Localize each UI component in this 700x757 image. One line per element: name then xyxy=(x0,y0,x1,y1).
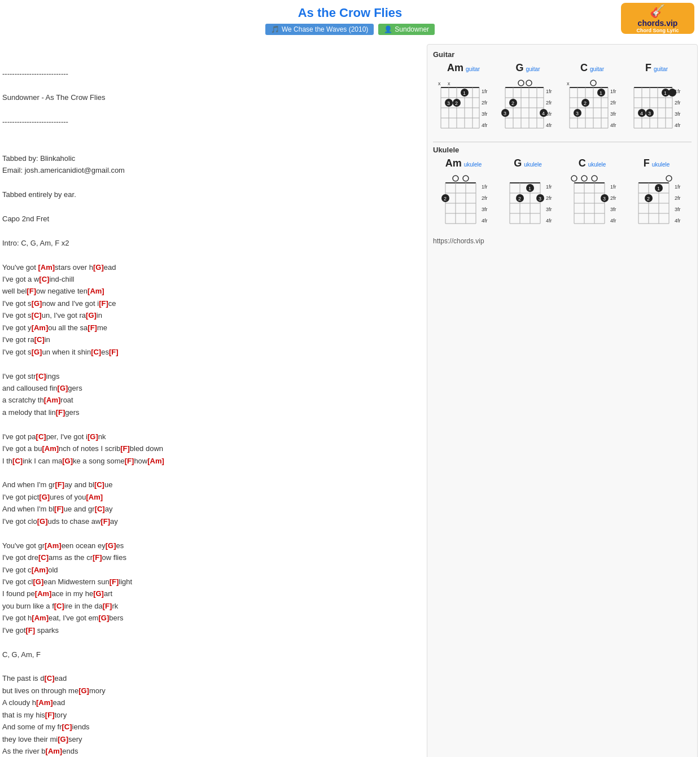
svg-text:1fr: 1fr xyxy=(546,184,552,190)
lyrics-line: you burn like a f[C]ire in the da[F]rk xyxy=(2,600,421,612)
c-ukulele-diagram: 1fr 2fr 3fr 4fr xyxy=(564,170,620,233)
svg-text:1fr: 1fr xyxy=(482,184,488,190)
svg-text:2fr: 2fr xyxy=(610,100,616,106)
site-logo[interactable]: 🎸 chords.vip Chord Song Lyric xyxy=(621,3,694,34)
am-guitar-link[interactable]: guitar xyxy=(466,66,480,72)
lyrics-line: And when I'm bl[F]ue and gr[C]ay xyxy=(2,503,421,515)
svg-text:2fr: 2fr xyxy=(482,195,488,201)
chord-marker: [G] xyxy=(37,517,48,526)
chord-g-guitar: G guitar 1fr 2fr 3fr 4fr xyxy=(497,62,558,137)
chord-marker: [F] xyxy=(103,602,112,610)
svg-text:4fr: 4fr xyxy=(610,122,616,128)
svg-text:2fr: 2fr xyxy=(482,100,488,106)
logo-main-text: chords.vip xyxy=(636,19,679,28)
lyrics-line: Capo 2nd Fret xyxy=(2,213,421,225)
g-guitar-link[interactable]: guitar xyxy=(526,66,540,72)
lyrics-line: C, G, Am, F xyxy=(2,649,421,660)
chord-marker: [F] xyxy=(109,348,119,356)
svg-text:2: 2 xyxy=(647,196,650,202)
lyrics-line: I've got pict[G]ures of you[Am] xyxy=(2,491,421,503)
svg-text:2: 2 xyxy=(511,100,514,106)
svg-text:4fr: 4fr xyxy=(610,218,616,224)
chord-marker: [F] xyxy=(99,299,108,308)
chord-marker: [F] xyxy=(110,577,119,586)
chord-c-ukulele: C ukulele 1fr 2fr 3fr 4fr xyxy=(562,157,623,233)
chord-marker: [G] xyxy=(39,493,50,501)
svg-text:2fr: 2fr xyxy=(675,100,681,106)
svg-text:2: 2 xyxy=(444,196,447,202)
chord-marker: [G] xyxy=(98,614,109,622)
svg-point-141 xyxy=(581,176,587,181)
chord-marker: [C] xyxy=(44,674,54,682)
svg-point-39 xyxy=(526,80,532,86)
artist-badge-label: Sundowner xyxy=(395,25,429,33)
lyrics-line xyxy=(2,104,421,116)
logo-sub-text: Chord Song Lyric xyxy=(636,28,679,33)
svg-text:x: x xyxy=(448,81,450,86)
header-badges: 🎵 We Chase the Waves (2010) 👤 Sundowner xyxy=(0,24,700,35)
album-badge[interactable]: 🎵 We Chase the Waves (2010) xyxy=(265,24,374,35)
am-ukulele-diagram: 1fr 2fr 3fr 4fr xyxy=(435,170,492,233)
g-ukulele-diagram: 1fr 2fr 3fr 4fr 1 xyxy=(500,170,556,233)
svg-point-86 xyxy=(668,89,676,97)
lyrics-line: I th[C]ink I can ma[G]ke a song some[F]h… xyxy=(2,455,421,467)
lyrics-line: I've got str[C]ings xyxy=(2,370,421,382)
chord-g-ukulele: G ukulele 1fr 2fr 3fr 4fr xyxy=(497,157,558,233)
main-layout: --------------------------- Sundowner - … xyxy=(0,38,700,757)
svg-text:3fr: 3fr xyxy=(610,111,616,117)
lyrics-line xyxy=(2,358,421,370)
chord-marker: [F] xyxy=(54,505,64,513)
lyrics-line xyxy=(2,660,421,672)
chord-marker: [F] xyxy=(56,408,65,417)
chord-marker: [C] xyxy=(91,348,101,356)
lyrics-line xyxy=(2,467,421,479)
chord-f-guitar: F guitar 1fr 2fr 3fr 4fr xyxy=(626,62,687,137)
chord-marker: [G] xyxy=(86,311,97,320)
lyrics-line: I've got pa[C]per, I've got i[G]nk xyxy=(2,431,421,443)
svg-text:3: 3 xyxy=(603,196,606,202)
chord-marker: [Am] xyxy=(38,263,55,272)
lyrics-line xyxy=(2,527,421,539)
svg-text:3fr: 3fr xyxy=(675,207,681,212)
chord-marker: [Am] xyxy=(147,457,164,465)
svg-text:1: 1 xyxy=(657,186,660,191)
lyrics-line: As the river b[Am]ends xyxy=(2,745,421,757)
lyrics-line: Email: josh.americanidiot@gmail.com xyxy=(2,164,421,176)
lyrics-line: I've got s[G]now and I've got i[F]ce xyxy=(2,297,421,309)
lyrics-line: Intro: C, G, Am, F x2 xyxy=(2,237,421,249)
g-ukulele-link[interactable]: ukulele xyxy=(524,161,542,168)
c-guitar-diagram: x 1fr 2fr 3fr 4fr xyxy=(564,75,620,137)
svg-text:4fr: 4fr xyxy=(546,122,552,128)
guitar-section-title: Guitar xyxy=(433,50,692,59)
lyrics-line: You've got gr[Am]een ocean ey[G]es xyxy=(2,540,421,552)
lyrics-line: I've got clo[G]uds to chase aw[F]ay xyxy=(2,515,421,527)
svg-text:4fr: 4fr xyxy=(482,122,488,128)
chord-am-ukulele: Am ukulele 1fr 2fr 3fr 4fr xyxy=(433,157,494,233)
c-ukulele-link[interactable]: ukulele xyxy=(588,161,606,168)
svg-text:2: 2 xyxy=(518,196,521,202)
lyrics-line: Tabbed entirely by ear. xyxy=(2,189,421,200)
lyrics-line: Tabbed by: Blinkaholic xyxy=(2,152,421,164)
svg-text:4fr: 4fr xyxy=(675,218,681,224)
chord-marker: [Am] xyxy=(46,747,63,755)
lyrics-line: a melody that lin[F]gers xyxy=(2,406,421,418)
lyrics-line xyxy=(2,177,421,189)
lyrics-line: I've got s[C]un, I've got ra[G]in xyxy=(2,309,421,321)
lyrics-line: Sundowner - As The Crow Flies xyxy=(2,91,421,103)
chord-marker: [C] xyxy=(94,480,104,489)
lyrics-line: I found pe[Am]ace in my he[G]art xyxy=(2,588,421,600)
svg-point-105 xyxy=(463,176,469,181)
f-guitar-link[interactable]: guitar xyxy=(654,66,668,72)
lyrics-line: I've got s[G]un when it shin[C]es[F] xyxy=(2,346,421,358)
svg-text:1: 1 xyxy=(664,90,667,96)
svg-text:3: 3 xyxy=(447,100,450,106)
f-ukulele-link[interactable]: ukulele xyxy=(652,161,670,168)
svg-text:1fr: 1fr xyxy=(546,89,552,94)
c-guitar-link[interactable]: guitar xyxy=(590,66,604,72)
svg-text:3: 3 xyxy=(504,111,506,116)
chord-marker: [C] xyxy=(36,432,46,441)
svg-point-62 xyxy=(590,80,596,86)
chord-marker: [F] xyxy=(125,457,134,465)
artist-badge[interactable]: 👤 Sundowner xyxy=(378,24,435,35)
am-ukulele-link[interactable]: ukulele xyxy=(464,161,482,168)
